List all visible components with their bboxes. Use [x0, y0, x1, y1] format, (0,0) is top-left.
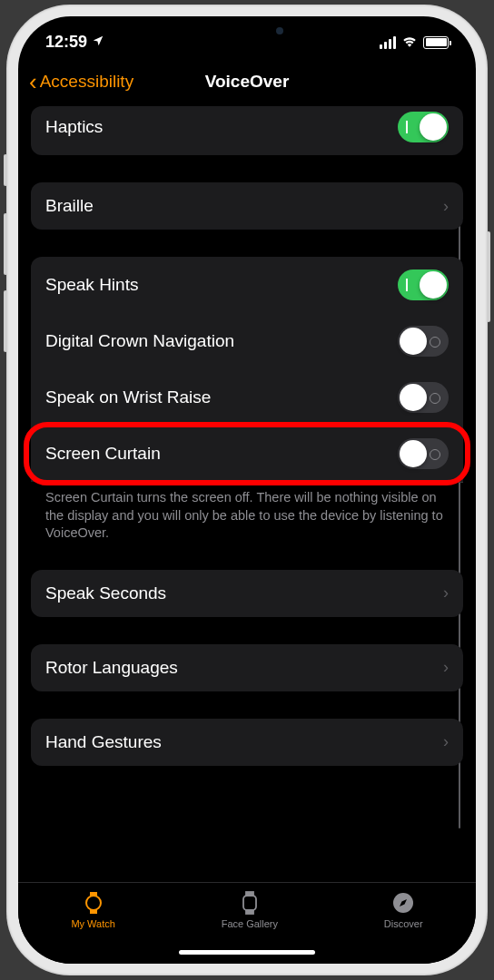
screen-curtain-switch[interactable] [398, 438, 449, 469]
face-gallery-icon [237, 890, 262, 916]
row-label: Speak Hints [45, 275, 138, 295]
phone-frame: 12:59 ‹ Accessibility [6, 5, 488, 975]
chevron-right-icon: › [443, 583, 449, 603]
svg-point-0 [86, 896, 101, 910]
speak-hints-switch[interactable] [398, 270, 449, 300]
row-braille[interactable]: Braille › [31, 182, 463, 230]
silent-switch [4, 154, 7, 186]
row-label: Hand Gestures [45, 732, 162, 752]
tab-label: Discover [384, 918, 423, 929]
svg-rect-3 [243, 896, 256, 910]
row-label: Braille [45, 196, 94, 216]
page-title: VoiceOver [205, 72, 290, 92]
notch [152, 16, 342, 45]
location-icon [92, 33, 104, 52]
chevron-right-icon: › [443, 658, 449, 677]
volume-up-button [4, 213, 7, 275]
tab-face-gallery[interactable]: Face Gallery [222, 890, 278, 929]
row-label: Speak Seconds [45, 583, 166, 603]
navigation-bar: ‹ Accessibility VoiceOver [18, 61, 476, 106]
haptics-switch[interactable] [398, 112, 449, 142]
row-label: Screen Curtain [45, 444, 161, 464]
tab-discover[interactable]: Discover [384, 890, 423, 929]
cellular-icon [380, 36, 396, 49]
watch-icon [81, 890, 106, 916]
svg-rect-4 [246, 892, 253, 896]
svg-rect-2 [91, 910, 96, 913]
back-button[interactable]: ‹ Accessibility [29, 70, 133, 93]
row-screen-curtain[interactable]: Screen Curtain [31, 426, 463, 482]
svg-rect-5 [246, 910, 253, 914]
chevron-right-icon: › [443, 197, 449, 216]
home-indicator[interactable] [179, 950, 315, 955]
compass-icon [390, 890, 416, 916]
status-time: 12:59 [45, 33, 87, 52]
row-label: Rotor Languages [45, 658, 178, 678]
content-area: Haptics Braille › Speak Hints Digital Cr… [18, 106, 476, 793]
row-label: Haptics [45, 117, 103, 137]
volume-down-button [4, 290, 7, 352]
tab-my-watch[interactable]: My Watch [71, 890, 115, 929]
row-digital-crown-navigation[interactable]: Digital Crown Navigation [31, 313, 463, 369]
row-haptics[interactable]: Haptics [31, 106, 463, 155]
battery-icon [423, 36, 449, 49]
screen: 12:59 ‹ Accessibility [18, 16, 476, 964]
row-hand-gestures[interactable]: Hand Gestures › [31, 719, 463, 766]
row-speak-on-wrist-raise[interactable]: Speak on Wrist Raise [31, 369, 463, 426]
tab-label: Face Gallery [222, 918, 278, 929]
tab-label: My Watch [71, 918, 115, 929]
row-label: Digital Crown Navigation [45, 331, 234, 351]
row-speak-hints[interactable]: Speak Hints [31, 257, 463, 313]
row-rotor-languages[interactable]: Rotor Languages › [31, 644, 463, 691]
chevron-right-icon: › [443, 732, 449, 751]
power-button [487, 231, 490, 322]
row-label: Speak on Wrist Raise [45, 387, 211, 407]
chevron-left-icon: ‹ [29, 70, 37, 93]
back-label: Accessibility [40, 72, 133, 92]
screen-curtain-footer: Screen Curtain turns the screen off. The… [31, 482, 463, 543]
wifi-icon [401, 33, 418, 52]
svg-rect-1 [91, 893, 96, 896]
row-speak-seconds[interactable]: Speak Seconds › [31, 570, 463, 617]
wrist-raise-switch[interactable] [398, 382, 449, 413]
digital-crown-switch[interactable] [398, 326, 449, 357]
